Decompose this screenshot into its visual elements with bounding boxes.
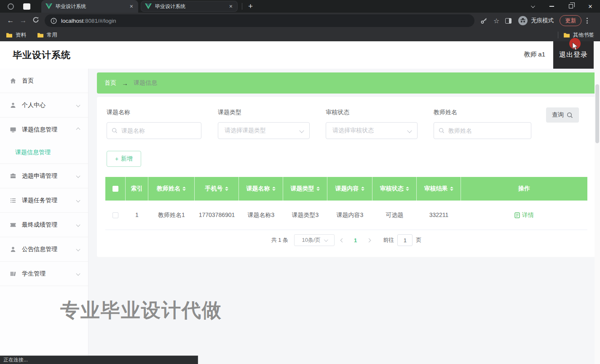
pinned-tab-blank-icon[interactable] [23, 3, 30, 10]
breadcrumb-current: 课题信息 [134, 79, 157, 87]
col-teacher-name[interactable]: 教师姓名 [148, 177, 195, 201]
select-all-cell[interactable] [105, 177, 126, 201]
search-button-label: 查询 [552, 111, 564, 119]
chevron-down-icon [76, 223, 80, 227]
bookmark-star-icon[interactable]: ☆ [493, 17, 499, 25]
teacher-name-input[interactable] [434, 122, 531, 139]
address-bar[interactable]: localhost:8081/#/login [45, 14, 474, 27]
screen: 毕业设计系统 × 毕业设计系统 × + ✕ ← → localhost:8081… [0, 0, 600, 364]
chevron-down-icon [76, 174, 80, 178]
forward-button[interactable]: → [17, 16, 29, 25]
col-topic-name[interactable]: 课题名称 [239, 177, 283, 201]
sidebar-item-topic-application-management[interactable]: 选题申请管理 [0, 164, 88, 188]
sidebar-subitem-topic-info-management[interactable]: 课题信息管理 [0, 142, 88, 163]
chevron-down-icon [76, 198, 80, 203]
select-placeholder: 请选择课题类型 [218, 127, 266, 134]
filter-label-audit-status: 审核状态 [326, 109, 349, 116]
scrollbar-thumb[interactable] [595, 84, 599, 143]
incognito-icon [518, 16, 528, 25]
other-bookmarks[interactable]: 其他书签 [558, 32, 594, 39]
goto-label: 前往 [383, 236, 394, 244]
sort-caret-icon [361, 185, 364, 193]
chevron-down-icon [76, 272, 80, 276]
url-path: :8081/#/login [83, 18, 116, 24]
topic-type-select[interactable]: 请选择课题类型 [218, 122, 310, 139]
search-button[interactable]: 查询 [546, 107, 579, 123]
chrome-update-button[interactable]: 更新 [560, 15, 581, 26]
cell-audit-status: 可选题 [372, 201, 417, 230]
col-topic-content[interactable]: 课题内容 [327, 177, 372, 201]
tab-separator [242, 3, 242, 10]
page-scrollbar[interactable] [595, 41, 600, 364]
list-icon [10, 197, 16, 204]
page-size-label: 10条/页 [302, 236, 321, 244]
page-size-select[interactable]: 10条/页 [294, 234, 335, 246]
content-panel: 课题名称 课题类型 审核状态 教师姓名 请选择课题类型 请选择审核状态 查询 +… [97, 97, 596, 257]
window-minimize-button[interactable] [542, 0, 561, 13]
goto-page-input[interactable] [397, 234, 412, 246]
bookmark-label: 常用 [47, 32, 57, 39]
next-page-button[interactable] [363, 234, 375, 246]
search-icon [112, 128, 118, 134]
browser-tab-1[interactable]: 毕业设计系统 × [41, 0, 138, 13]
pagination-total: 共 1 条 [271, 236, 288, 244]
sort-caret-icon [406, 185, 409, 193]
folder-icon [6, 32, 13, 38]
vue-logo-icon [145, 3, 152, 9]
tab-close-icon[interactable]: × [228, 3, 233, 10]
topic-name-input[interactable] [107, 122, 201, 139]
bookmark-folder-ziliao[interactable]: 资料 [6, 32, 26, 39]
bookmark-folder-changyong[interactable]: 常用 [37, 32, 57, 39]
pinned-tab-circle-icon[interactable] [8, 3, 14, 10]
tab-search-icon[interactable] [522, 0, 542, 13]
col-topic-type[interactable]: 课题类型 [283, 177, 327, 201]
sidebar-item-label: 课题信息管理 [22, 126, 57, 134]
sidebar-item-home[interactable]: 首页 [0, 69, 88, 93]
password-key-icon[interactable] [480, 17, 487, 24]
select-all-checkbox[interactable] [112, 186, 118, 192]
sidebar-item-topic-task-management[interactable]: 课题任务管理 [0, 188, 88, 212]
current-page[interactable]: 1 [350, 237, 361, 244]
col-audit-status[interactable]: 审核状态 [372, 177, 417, 201]
site-info-icon[interactable] [51, 18, 57, 24]
filter-label-topic-type: 课题类型 [218, 109, 241, 116]
mouse-cursor [572, 42, 579, 51]
add-button[interactable]: + 新增 [107, 151, 141, 167]
filter-label-teacher-name: 教师姓名 [434, 109, 457, 116]
row-checkbox[interactable] [112, 212, 118, 218]
browser-menu-icon[interactable] [587, 18, 588, 24]
books-icon [10, 270, 16, 277]
browser-status-bar: 正在连接... [0, 356, 198, 364]
browser-tab-2[interactable]: 毕业设计系统 × [141, 1, 238, 12]
browser-tab-bar: 毕业设计系统 × 毕业设计系统 × + ✕ [0, 0, 600, 13]
sidebar-item-topic-info-management[interactable]: 课题信息管理 [0, 118, 88, 142]
sidebar-item-student-management[interactable]: 学生管理 [0, 262, 88, 286]
col-phone[interactable]: 手机号 [195, 177, 239, 201]
col-index: 索引 [126, 177, 148, 201]
sidebar-item-final-grade-management[interactable]: 最终成绩管理 [0, 213, 88, 237]
sidebar-item-announcement-management[interactable]: 公告信息管理 [0, 237, 88, 261]
search-icon [567, 112, 573, 118]
reload-button[interactable] [29, 16, 42, 25]
briefcase-icon [10, 173, 16, 179]
col-audit-result[interactable]: 审核结果 [417, 177, 461, 201]
prev-page-button[interactable] [336, 234, 348, 246]
col-actions: 操作 [461, 177, 587, 201]
document-icon [514, 212, 520, 218]
sidebar-item-personal-center[interactable]: 个人中心 [0, 93, 88, 117]
sidebar-item-label: 最终成绩管理 [22, 221, 57, 229]
detail-link[interactable]: 详情 [514, 211, 534, 219]
audit-status-select[interactable]: 请选择审核状态 [326, 122, 418, 139]
tab-close-icon[interactable]: × [129, 3, 134, 10]
breadcrumb-home[interactable]: 首页 [104, 79, 116, 87]
bookmarks-separator [558, 32, 558, 38]
plus-icon: + [115, 155, 118, 162]
back-button[interactable]: ← [4, 16, 17, 25]
side-panel-icon[interactable] [505, 18, 512, 24]
window-restore-button[interactable] [561, 0, 581, 13]
window-close-button[interactable]: ✕ [581, 0, 600, 13]
monitor-icon [10, 126, 16, 133]
new-tab-button[interactable]: + [248, 2, 253, 11]
cell-topic-content: 课题内容3 [327, 201, 372, 230]
table-row: 1 教师姓名1 17703786901 课题名称3 课题类型3 课题内容3 可选… [105, 201, 587, 230]
